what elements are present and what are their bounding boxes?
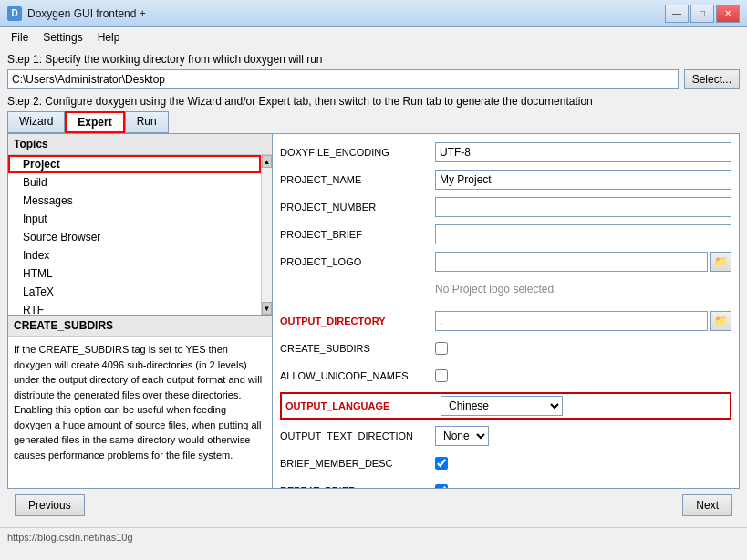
topic-project[interactable]: Project (8, 155, 261, 173)
label-output-language: OUTPUT_LANGUAGE (285, 400, 441, 411)
setting-project-name: PROJECT_NAME (280, 169, 731, 191)
input-output-directory[interactable] (435, 311, 708, 331)
select-output-text-direction[interactable]: None LTR RTL (435, 426, 489, 446)
tab-run[interactable]: Run (125, 111, 169, 133)
step2-label: Step 2: Configure doxygen using the Wiza… (7, 95, 740, 108)
setting-doxyfile-encoding: DOXYFILE_ENCODING (280, 141, 731, 163)
menu-help[interactable]: Help (90, 29, 128, 46)
setting-project-logo: PROJECT_LOGO 📁 (280, 251, 731, 273)
right-panel: DOXYFILE_ENCODING PROJECT_NAME PROJECT_N… (273, 134, 739, 488)
previous-button[interactable]: Previous (15, 494, 85, 516)
scroll-up-btn[interactable]: ▲ (262, 155, 272, 168)
topic-messages[interactable]: Messages (8, 192, 261, 210)
input-doxyfile-encoding[interactable] (435, 142, 731, 162)
setting-output-directory: OUTPUT_DIRECTORY 📁 (280, 310, 731, 332)
topic-rtf[interactable]: RTF (8, 301, 261, 315)
topic-html[interactable]: HTML (8, 264, 261, 283)
topics-scrollbar[interactable]: ▲ ▼ (261, 155, 272, 315)
output-dir-input-group: 📁 (435, 311, 731, 331)
topics-list: Project Build Messages Input Source Brow… (8, 155, 261, 315)
project-logo-folder-btn[interactable]: 📁 (710, 252, 731, 272)
content-area: Topics Project Build Messages Input Sour… (7, 133, 740, 489)
label-repeat-brief: REPEAT_BRIEF (280, 485, 435, 488)
next-button[interactable]: Next (682, 494, 732, 516)
menu-bar: File Settings Help (0, 27, 747, 47)
setting-repeat-brief: REPEAT_BRIEF (280, 480, 731, 488)
menu-file[interactable]: File (4, 29, 36, 46)
tab-expert[interactable]: Expert (65, 111, 124, 133)
main-content: Step 1: Specify the working directory fr… (0, 47, 747, 527)
scroll-track (262, 168, 272, 302)
working-dir-input[interactable] (7, 69, 679, 89)
minimize-button[interactable]: — (665, 5, 689, 23)
setting-output-language: OUTPUT_LANGUAGE Afrikaans Arabic Armenia… (280, 392, 731, 420)
close-button[interactable]: ✕ (716, 5, 740, 23)
no-logo-row: No Project logo selected. (280, 278, 731, 300)
topics-header: Topics (8, 134, 272, 155)
setting-create-subdirs: CREATE_SUBDIRS (280, 337, 731, 359)
step1-label: Step 1: Specify the working directory fr… (7, 53, 740, 66)
label-output-text-direction: OUTPUT_TEXT_DIRECTION (280, 430, 435, 441)
label-allow-unicode-names: ALLOW_UNICODE_NAMES (280, 370, 435, 381)
working-dir-row: Select... (7, 69, 740, 89)
output-dir-folder-btn[interactable]: 📁 (710, 311, 731, 331)
no-logo-text: No Project logo selected. (435, 279, 556, 299)
setting-allow-unicode-names: ALLOW_UNICODE_NAMES (280, 365, 731, 387)
label-project-name: PROJECT_NAME (280, 174, 435, 185)
window-title: Doxygen GUI frontend + (27, 7, 146, 20)
topics-wrapper: Project Build Messages Input Source Brow… (8, 155, 272, 315)
app-icon: D (7, 6, 22, 21)
menu-settings[interactable]: Settings (36, 29, 89, 46)
tab-bar: Wizard Expert Run (7, 111, 740, 133)
checkbox-brief-member-desc[interactable] (435, 457, 448, 470)
topic-input[interactable]: Input (8, 210, 261, 228)
maximize-button[interactable]: □ (690, 5, 714, 23)
status-text: https://blog.csdn.net/has10g (7, 532, 133, 543)
label-project-brief: PROJECT_BRIEF (280, 229, 435, 240)
label-output-directory: OUTPUT_DIRECTORY (280, 316, 435, 327)
label-project-number: PROJECT_NUMBER (280, 202, 435, 213)
setting-output-text-direction: OUTPUT_TEXT_DIRECTION None LTR RTL (280, 425, 731, 447)
input-project-brief[interactable] (435, 224, 731, 244)
window-controls[interactable]: — □ ✕ (665, 5, 740, 23)
scroll-down-btn[interactable]: ▼ (262, 302, 272, 315)
select-output-language[interactable]: Afrikaans Arabic Armenian Brazilian Cata… (441, 396, 563, 416)
topic-source-browser[interactable]: Source Browser (8, 228, 261, 246)
setting-project-number: PROJECT_NUMBER (280, 196, 731, 218)
input-project-number[interactable] (435, 197, 731, 217)
topic-index[interactable]: Index (8, 246, 261, 264)
label-create-subdirs: CREATE_SUBDIRS (280, 343, 435, 354)
label-brief-member-desc: BRIEF_MEMBER_DESC (280, 458, 435, 469)
left-panel: Topics Project Build Messages Input Sour… (8, 134, 273, 488)
checkbox-allow-unicode-names[interactable] (435, 369, 448, 382)
status-bar: https://blog.csdn.net/has10g (0, 527, 747, 545)
desc-header: CREATE_SUBDIRS (8, 316, 272, 337)
topic-build[interactable]: Build (8, 173, 261, 192)
input-project-logo[interactable] (435, 252, 708, 272)
desc-panel: CREATE_SUBDIRS If the CREATE_SUBDIRS tag… (8, 315, 272, 488)
checkbox-create-subdirs[interactable] (435, 342, 448, 355)
setting-brief-member-desc: BRIEF_MEMBER_DESC (280, 452, 731, 474)
setting-project-brief: PROJECT_BRIEF (280, 223, 731, 245)
bottom-nav: Previous Next (7, 489, 740, 522)
title-bar-left: D Doxygen GUI frontend + (7, 6, 146, 21)
project-logo-input-group: 📁 (435, 252, 731, 272)
select-dir-button[interactable]: Select... (684, 69, 740, 89)
desc-text: If the CREATE_SUBDIRS tag is set to YES … (8, 337, 272, 488)
label-doxyfile-encoding: DOXYFILE_ENCODING (280, 147, 435, 158)
tab-wizard[interactable]: Wizard (7, 111, 65, 133)
settings-area: DOXYFILE_ENCODING PROJECT_NAME PROJECT_N… (273, 134, 739, 488)
checkbox-repeat-brief[interactable] (435, 484, 448, 488)
topic-latex[interactable]: LaTeX (8, 283, 261, 301)
label-project-logo: PROJECT_LOGO (280, 256, 435, 267)
input-project-name[interactable] (435, 170, 731, 190)
title-bar: D Doxygen GUI frontend + — □ ✕ (0, 0, 747, 27)
